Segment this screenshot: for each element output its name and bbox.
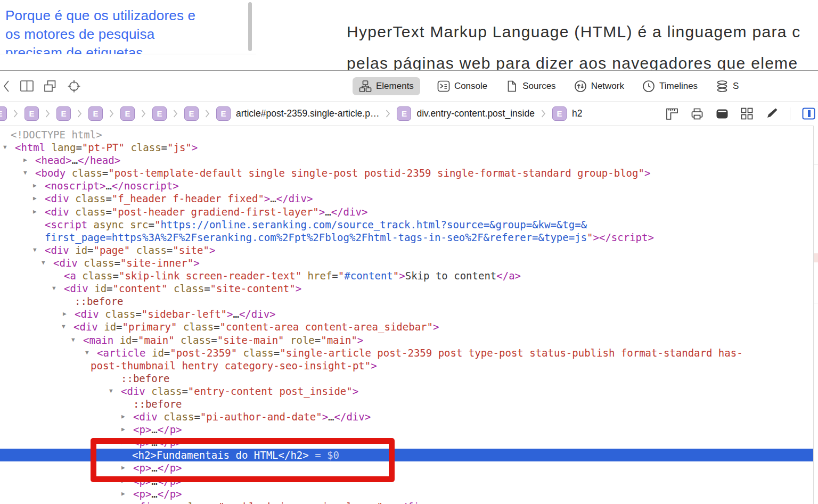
disclosure-triangle[interactable]: ▼ — [52, 282, 56, 295]
dom-tree-row[interactable]: ▶<p>…</p> — [0, 475, 818, 488]
disclosure-triangle[interactable]: ▶ — [121, 410, 125, 423]
ruler-icon[interactable] — [665, 107, 679, 121]
code-token: <div — [53, 257, 78, 269]
screenshot-icon[interactable] — [715, 107, 729, 121]
code-token: <p> — [133, 424, 151, 435]
code-token: class — [145, 385, 182, 397]
dom-tree-row[interactable]: ▼<body class="post-template-default sing… — [0, 167, 818, 179]
disclosure-triangle[interactable]: ▶ — [23, 154, 27, 167]
dom-tree-row[interactable]: ▶<div class="post-header gradiend-first-… — [0, 205, 818, 218]
tab-console[interactable]: Console — [436, 77, 488, 95]
dom-tree-row[interactable]: ::before — [0, 398, 818, 410]
dom-tree-row[interactable]: <!DOCTYPE html> — [0, 128, 818, 141]
disclosure-triangle[interactable]: ▶ — [121, 436, 125, 449]
tab-label: S — [733, 81, 739, 92]
disclosure-triangle[interactable]: ▼ — [109, 385, 113, 398]
dom-tree-row[interactable]: ▶<div class="sidebar-left">…</div> — [0, 308, 818, 320]
paintbrush-icon[interactable] — [765, 107, 779, 121]
tab-sources[interactable]: Sources — [504, 77, 557, 95]
tab-network[interactable]: Network — [573, 77, 625, 95]
disclosure-triangle[interactable]: ▼ — [85, 346, 89, 359]
split-view-icon[interactable] — [20, 79, 34, 93]
dom-tree-row[interactable]: ▼<div class="entry-content post_inside"> — [0, 385, 818, 398]
dom-tree[interactable]: <!DOCTYPE html>▼<html lang="pt-PT" class… — [0, 126, 818, 504]
disclosure-triangle[interactable]: ▶ — [33, 179, 37, 192]
chevron-back-icon[interactable] — [2, 79, 11, 93]
disclosure-triangle[interactable]: ▶ — [121, 461, 125, 474]
grid-overlay-icon[interactable] — [740, 107, 754, 120]
element-badge[interactable]: E — [56, 106, 71, 121]
disclosure-triangle[interactable]: ▶ — [33, 205, 37, 218]
dom-tree-row[interactable]: ▶<div class="pi-author-and-date">…</div> — [0, 410, 818, 423]
disclosure-triangle[interactable]: ▼ — [71, 334, 75, 346]
code-token: role — [284, 334, 315, 346]
code-token: </p> — [158, 424, 182, 435]
element-badge[interactable]: E — [216, 106, 231, 121]
disclosure-triangle[interactable]: ▶ — [121, 500, 125, 504]
dom-tree-row[interactable]: <script async src="https://online.serank… — [0, 218, 818, 231]
dom-tree-row[interactable]: ▼<main id="main" class="site-main" role=… — [0, 334, 818, 346]
code-token: <script — [45, 219, 87, 230]
element-badge[interactable]: E — [0, 106, 7, 121]
dom-tree-row[interactable]: ::before — [0, 372, 818, 385]
dom-tree-row[interactable]: ▼<html lang="pt-PT" class="js"> — [0, 141, 818, 154]
dom-tree-row[interactable]: ::before — [0, 295, 818, 308]
disclosure-triangle[interactable]: ▶ — [121, 475, 125, 488]
code-token: "site-inner" — [120, 257, 193, 269]
element-badge[interactable]: E — [184, 106, 199, 121]
dom-tree-row[interactable]: ▶<p>…</p> — [0, 488, 818, 500]
printer-icon[interactable] — [690, 107, 704, 121]
dom-tree-row[interactable]: ▶<p>…</p> — [0, 461, 818, 474]
dom-tree-row[interactable]: ▶<figure class="wp-block-image size-larg… — [0, 500, 818, 504]
breadcrumb-label[interactable]: div.entry-content.post_inside — [416, 108, 534, 119]
toc-scrollbar[interactable] — [248, 2, 252, 51]
element-picker-icon[interactable] — [66, 78, 82, 94]
breadcrumb-label[interactable]: article#post-2359.single-article.p… — [236, 108, 379, 119]
code-token: … — [270, 193, 276, 204]
element-badge[interactable]: E — [88, 106, 103, 121]
disclosure-triangle[interactable]: ▶ — [121, 423, 125, 436]
tab-storage[interactable]: S — [715, 77, 740, 95]
disclosure-triangle[interactable]: ▼ — [23, 167, 27, 179]
toc-line[interactable]: Porque é que os utilizadores e — [5, 6, 240, 25]
disclosure-triangle[interactable]: ▼ — [62, 320, 66, 333]
dock-windows-icon[interactable] — [43, 79, 57, 93]
tab-elements[interactable]: Elements — [353, 77, 420, 95]
dom-tree-row[interactable]: ▼<div class="site-inner"> — [0, 257, 818, 269]
disclosure-triangle[interactable]: ▶ — [33, 192, 37, 205]
disclosure-triangle[interactable]: ▶ — [63, 308, 67, 320]
element-badge[interactable]: E — [552, 106, 567, 121]
dom-tree-row[interactable]: ▶<p>…</p> — [0, 436, 818, 449]
dom-tree-row[interactable]: ▼<div id="primary" class="content-area c… — [0, 320, 818, 333]
dom-tree-row[interactable]: ▼<article id="post-2359" class="single-a… — [0, 346, 818, 359]
code-token: "content-area content-area_sidebar" — [220, 321, 433, 333]
dom-tree-row[interactable]: <h2>Fundamentais do HTML</h2> = $0 — [0, 449, 818, 461]
disclosure-triangle[interactable]: ▼ — [33, 244, 37, 257]
dom-tree-row[interactable]: ▶<p>…</p> — [0, 423, 818, 436]
dom-tree-row[interactable]: post-thumbnail hentry category-seo-insig… — [0, 359, 818, 372]
dom-tree-row[interactable]: ▶<noscript>…</noscript> — [0, 179, 818, 192]
dom-tree-row[interactable]: ▼<div id="page" class="site"> — [0, 244, 818, 257]
code-token: </p> — [158, 462, 182, 474]
element-badge[interactable]: E — [24, 106, 39, 121]
dom-tree-row[interactable]: <a class="skip-link screen-reader-text" … — [0, 269, 818, 282]
details-sidebar-toggle-icon[interactable] — [801, 107, 816, 120]
dom-tree-row[interactable]: ▶<head>…</head> — [0, 154, 818, 167]
toc-line[interactable]: os motores de pesquisa — [5, 25, 240, 44]
disclosure-triangle[interactable]: ▶ — [121, 488, 125, 500]
disclosure-triangle[interactable]: ▼ — [3, 141, 7, 154]
disclosure-triangle[interactable]: ▼ — [42, 257, 45, 269]
element-badge[interactable]: E — [397, 106, 411, 121]
toc-link[interactable]: Porque é que os utilizadores e os motore… — [5, 6, 240, 54]
dom-tree-row[interactable]: ▼<div id="content" class="site-content"> — [0, 282, 818, 295]
element-badge[interactable]: E — [152, 106, 167, 121]
tab-timelines[interactable]: Timelines — [641, 77, 699, 95]
element-badge[interactable]: E — [120, 106, 135, 121]
dom-tree-row[interactable]: ▶<div class="f_header f-header fixed">…<… — [0, 192, 818, 205]
article-line: HyperText Markup Language (HTML) é a lin… — [347, 16, 818, 47]
toc-line[interactable]: precisam de etiquetas — [5, 44, 240, 54]
breadcrumb-label[interactable]: h2 — [572, 108, 582, 119]
dom-tree-row[interactable]: first_page=https%3A%2F%2Fseranking.com%2… — [0, 231, 818, 244]
code-token: async — [87, 219, 124, 230]
code-token: <figure — [133, 501, 176, 504]
